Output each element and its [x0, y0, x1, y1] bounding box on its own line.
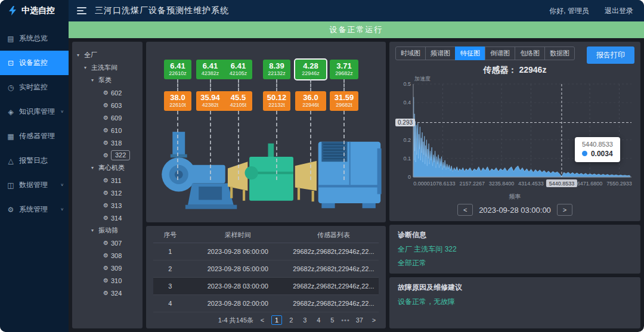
pagination-page-4[interactable]: 4 [314, 316, 323, 324]
sidebar-item-设备监控[interactable]: ⊡设备监控 [0, 51, 69, 75]
sensor-box[interactable]: 35.9442382t45.542105t [196, 91, 252, 111]
content-area: ▾全厂▾主洗车间▾泵类⚙602⚙603⚙609⚙610⚙318⚙322▾离心机类… [69, 38, 644, 332]
tree-node-label: 307 [111, 240, 122, 247]
tree-expand-arrow-icon[interactable]: ▾ [77, 52, 82, 58]
tree-leaf-307[interactable]: ⚙307 [77, 237, 140, 249]
sensor-box[interactable]: 4.2822946z [295, 60, 326, 79]
tree-node-全厂[interactable]: ▾全厂 [77, 49, 140, 61]
sensor-box[interactable]: 38.022610t [164, 91, 191, 111]
sensor-group-42382z: 6.4142382z6.4142105z35.9442382t45.542105… [196, 60, 252, 180]
tree-node-泵类[interactable]: ▾泵类 [77, 74, 140, 86]
sensor-box[interactable]: 8.3922132z [263, 60, 290, 79]
tree-leaf-603[interactable]: ⚙603 [77, 99, 140, 111]
tab-时域图[interactable]: 时域图 [395, 46, 426, 60]
sidebar-item-知识库管理[interactable]: ◈知识库管理∨ [0, 100, 69, 124]
sensor-box[interactable]: 31.5929682t [330, 91, 358, 111]
prev-date-button[interactable]: < [457, 204, 473, 216]
pagination-next[interactable]: > [369, 316, 379, 324]
sensor-icon: ▦ [7, 132, 15, 141]
tree-leaf-324[interactable]: ⚙324 [77, 287, 140, 299]
samples-table-panel: 序号采样时间传感器列表12023-09-28 06:00:0029682z,29… [146, 226, 386, 328]
tree-leaf-312[interactable]: ⚙312 [77, 187, 140, 199]
table-row[interactable]: 22023-09-28 05:00:0029682z,29682t,22946z… [153, 260, 379, 278]
sensor-id: 42382z [199, 70, 222, 77]
tab-倒谱图[interactable]: 倒谱图 [485, 46, 515, 60]
tree-expand-arrow-icon[interactable]: ▾ [91, 77, 96, 83]
lightning-bolt-icon [8, 6, 17, 15]
tab-特征图[interactable]: 特征图 [455, 46, 485, 60]
sidebar-item-系统总览[interactable]: ▤系统总览 [0, 26, 69, 51]
table-row[interactable]: 42023-09-28 02:00:0029682z,29682t,22946z… [153, 295, 379, 312]
connector-line [263, 111, 290, 180]
pagination-page-5[interactable]: 5 [327, 316, 337, 324]
svg-text:2157.2267: 2157.2267 [459, 181, 485, 187]
table-row[interactable]: 32023-09-28 03:00:0029682z,29682t,22946z… [153, 278, 379, 295]
sensor-reading-22610t: 38.022610t [164, 93, 191, 108]
pagination-page-3[interactable]: 3 [300, 316, 309, 324]
sensor-group-22132z: 8.3922132z50.1222132t [263, 60, 290, 180]
tree-leaf-318[interactable]: ⚙318 [77, 136, 140, 149]
connector-line [295, 79, 326, 91]
sensor-box[interactable]: 36.022946t [295, 91, 326, 111]
sidebar-nav: ▤系统总览⊡设备监控◷实时监控◈知识库管理∨▦传感器管理△报警日志◫数据管理∨⚙… [0, 21, 69, 332]
logout-link[interactable]: 退出登录 [605, 6, 633, 16]
tree-node-离心机类[interactable]: ▾离心机类 [77, 162, 140, 174]
cell-time: 2023-09-28 02:00:00 [187, 300, 289, 307]
tree-leaf-609[interactable]: ⚙609 [77, 111, 140, 124]
sidebar-item-传感器管理[interactable]: ▦传感器管理 [0, 124, 69, 148]
tree-leaf-610[interactable]: ⚙610 [77, 124, 140, 136]
pagination-prev[interactable]: < [258, 316, 267, 324]
sensor-box[interactable]: 6.4122610z [164, 60, 191, 79]
sensor-value: 8.39 [265, 61, 288, 70]
tree-expand-arrow-icon[interactable]: ▾ [84, 65, 89, 70]
tree-leaf-322[interactable]: ⚙322 [77, 149, 140, 162]
dashed-connector [263, 111, 290, 180]
tree-expand-arrow-icon[interactable]: ▾ [91, 165, 96, 170]
tree-leaf-311[interactable]: ⚙311 [77, 174, 140, 187]
sensor-reading-22132z: 8.3922132z [263, 61, 290, 77]
dashed-connector [164, 79, 191, 91]
sensor-value: 45.5 [227, 93, 250, 102]
svg-text:加速度: 加速度 [414, 76, 431, 82]
tab-包络图[interactable]: 包络图 [515, 46, 545, 60]
col-header-index: 序号 [153, 231, 187, 240]
tree-leaf-313[interactable]: ⚙313 [77, 199, 140, 212]
pagination-page-2[interactable]: 2 [286, 316, 296, 324]
tree-expand-arrow-icon[interactable]: ▾ [91, 228, 96, 233]
connector-line [196, 79, 224, 91]
chart-title: 传感器： 22946z [395, 65, 634, 76]
collapse-menu-icon[interactable] [77, 7, 86, 14]
spectrum-chart[interactable]: 00.10.20.40.50.00001078.61332157.2267323… [395, 76, 634, 201]
table-row[interactable]: 12023-09-28 06:00:0029682z,29682t,22946z… [153, 243, 379, 260]
pagination-page-1[interactable]: 1 [271, 315, 282, 325]
tree-leaf-309[interactable]: ⚙309 [77, 262, 140, 274]
tree-leaf-602[interactable]: ⚙602 [77, 86, 140, 99]
sensor-box[interactable]: 6.4142382z6.4142105z [196, 60, 252, 79]
chart-tooltip: 5440.85330.0034 [575, 137, 620, 162]
sidebar-item-系统管理[interactable]: ⚙系统管理∨ [0, 197, 69, 222]
tree-leaf-310[interactable]: ⚙310 [77, 274, 140, 287]
cell-index: 1 [153, 248, 187, 255]
svg-text:0.0000: 0.0000 [413, 181, 430, 187]
sensor-value: 4.28 [298, 61, 324, 70]
diagnosis-location[interactable]: 全厂 主洗车间 322 [398, 244, 632, 255]
sidebar-item-数据管理[interactable]: ◫数据管理∨ [0, 173, 69, 197]
svg-text:0: 0 [408, 174, 411, 180]
diagnosis-title: 诊断信息 [398, 230, 632, 240]
next-date-button[interactable]: > [557, 204, 572, 216]
tree-node-主洗车间[interactable]: ▾主洗车间 [77, 61, 140, 74]
sidebar-item-报警日志[interactable]: △报警日志 [0, 148, 69, 173]
tab-数据图[interactable]: 数据图 [544, 46, 575, 60]
gear-icon: ⚙ [103, 102, 109, 108]
pagination-page-37[interactable]: 37 [354, 316, 365, 324]
tree-node-振动筛[interactable]: ▾振动筛 [77, 224, 140, 237]
tab-频谱图[interactable]: 频谱图 [425, 46, 456, 60]
sidebar-item-label: 报警日志 [19, 156, 48, 166]
sidebar-item-实时监控[interactable]: ◷实时监控 [0, 75, 69, 100]
sensor-box[interactable]: 50.1222132t [263, 91, 290, 111]
tree-leaf-314[interactable]: ⚙314 [77, 212, 140, 224]
right-column: 时域图频谱图特征图倒谱图包络图数据图 报告打印 传感器： 22946z 00.1… [389, 42, 640, 328]
print-report-button[interactable]: 报告打印 [587, 46, 634, 64]
sensor-box[interactable]: 3.7129682z [330, 60, 358, 79]
tree-leaf-308[interactable]: ⚙308 [77, 249, 140, 262]
